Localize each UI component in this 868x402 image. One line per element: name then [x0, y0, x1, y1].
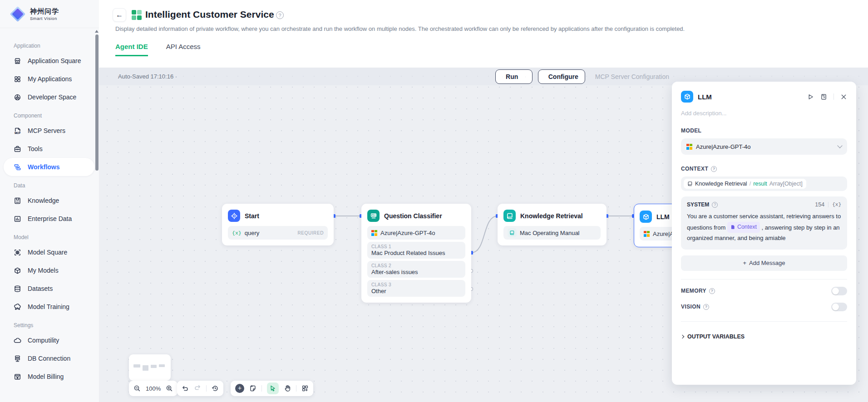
context-type: Array[Object] — [769, 181, 803, 187]
class-row: CLASS 3 Other — [367, 280, 465, 297]
output-variables-toggle[interactable]: OUTPUT VARIABLES — [681, 333, 847, 340]
knowledge-icon — [14, 197, 21, 205]
sidebar-item-my-applications[interactable]: My Applications — [4, 70, 94, 88]
sidebar-item-developer-space[interactable]: Developer Space — [4, 88, 94, 106]
azure-logo-icon — [686, 144, 692, 150]
page-title: Intelligent Customer Service — [145, 9, 274, 20]
sidebar-item-model-square[interactable]: Model Square — [4, 243, 94, 261]
system-prompt-field[interactable]: SYSTEM ? 154 {x} You are a customer serv… — [681, 196, 847, 250]
sidebar-item-label: Model Square — [28, 249, 67, 256]
main-area: ← Intelligent Customer Service ? Display… — [99, 0, 868, 402]
variable-icon: {x} — [232, 230, 242, 236]
sidebar-item-workflows[interactable]: Workflows — [4, 158, 94, 176]
section-label-model: Model — [14, 234, 99, 240]
workflow-canvas[interactable]: Auto-Saved 17:10:16 · Run Configure MCP … — [99, 68, 868, 402]
section-label-data: Data — [14, 182, 99, 189]
sidebar-item-datasets[interactable]: Datasets — [4, 279, 94, 298]
model-select-value: Azure|Azure-GPT-4o — [696, 143, 750, 150]
sidebar-item-label: Enterprise Data — [28, 215, 72, 222]
panel-play-icon[interactable] — [807, 93, 814, 100]
sidebar-nav: Application Application Square My Applic… — [0, 28, 99, 386]
brand-name: 神州问学 — [30, 7, 59, 16]
svg-text:MCP: MCP — [15, 131, 20, 134]
auto-layout-icon[interactable] — [301, 385, 309, 392]
class-label: CLASS 1 — [371, 244, 461, 249]
version-history-icon[interactable] — [212, 385, 219, 392]
redo-icon[interactable] — [194, 384, 201, 391]
system-help-icon[interactable]: ? — [712, 202, 718, 208]
grid-icon — [14, 75, 21, 83]
sidebar-item-my-models[interactable]: My Models — [4, 261, 94, 279]
add-message-label: Add Message — [749, 260, 785, 266]
sidebar-item-db-connection[interactable]: DB Connection — [4, 349, 94, 368]
vision-toggle[interactable] — [831, 303, 847, 311]
memory-label: MEMORY — [681, 288, 706, 294]
title-help-icon[interactable]: ? — [276, 11, 284, 19]
hand-tool-icon[interactable] — [284, 385, 291, 392]
sidebar-item-knowledge[interactable]: Knowledge — [4, 191, 94, 210]
memory-help-icon[interactable]: ? — [709, 288, 715, 294]
zoom-toolbar: 100% — [129, 381, 178, 396]
zoom-in-icon[interactable] — [166, 385, 173, 392]
sidebar-item-tools[interactable]: Tools — [4, 140, 94, 158]
node-config-panel: LLM Add description... MODEL Azure|Azure… — [672, 82, 856, 385]
undo-icon[interactable] — [182, 385, 189, 392]
sidebar-item-label: MCP Servers — [28, 127, 65, 134]
context-label: CONTEXT — [681, 166, 708, 172]
sidebar-item-model-billing[interactable]: Model Billing — [4, 368, 94, 386]
sidebar-item-enterprise-data[interactable]: Enterprise Data — [4, 210, 94, 228]
sidebar-item-application-square[interactable]: Application Square — [4, 52, 94, 70]
context-node-name: Knowledge Retrieval — [695, 181, 747, 187]
sidebar-item-label: Datasets — [28, 285, 53, 292]
scrollbar-up-arrow[interactable] — [95, 30, 99, 33]
context-chip[interactable]: Context — [727, 222, 760, 233]
node-question-classifier[interactable]: Question Classifier Azure|Azure-GPT-4o C… — [361, 204, 471, 303]
node-start[interactable]: Start {x} query REQUIRED — [222, 204, 334, 245]
azure-logo-icon — [644, 231, 650, 237]
description-input[interactable]: Add description... — [681, 110, 847, 117]
vision-label: VISION — [681, 304, 700, 310]
add-message-button[interactable]: + Add Message — [681, 255, 847, 271]
panel-save-icon[interactable] — [820, 93, 827, 100]
zoom-out-icon[interactable] — [133, 385, 141, 392]
context-help-icon[interactable]: ? — [711, 166, 717, 172]
memory-toggle[interactable] — [831, 287, 847, 295]
server-icon — [14, 355, 21, 363]
dataset-name: Mac Operating Manual — [520, 230, 580, 236]
llm-cube-icon — [640, 211, 652, 223]
mcp-icon: MCP — [14, 127, 21, 135]
tab-api-access[interactable]: API Access — [166, 43, 201, 56]
sidebar-item-model-training[interactable]: Model Training — [4, 298, 94, 316]
insert-variable-icon[interactable]: {x} — [832, 202, 841, 207]
node-knowledge-retrieval[interactable]: Knowledge Retrieval Mac Operating Manual — [498, 204, 607, 245]
tab-bar: Agent IDE API Access — [115, 43, 201, 56]
workflow-icon — [14, 163, 21, 171]
add-note-icon[interactable] — [249, 385, 256, 392]
close-icon[interactable] — [840, 93, 847, 100]
model-square-icon — [14, 249, 21, 256]
sidebar-item-computility[interactable]: Computility — [4, 331, 94, 349]
tab-agent-ide[interactable]: Agent IDE — [115, 43, 148, 56]
vision-help-icon[interactable]: ? — [703, 304, 709, 310]
sidebar-item-label: DB Connection — [28, 355, 70, 362]
plus-icon: + — [743, 260, 746, 266]
model-select[interactable]: Azure|Azure-GPT-4o — [681, 138, 847, 155]
class-row: CLASS 1 Mac Product Related Issues — [367, 242, 465, 259]
sidebar-item-mcp-servers[interactable]: MCP MCP Servers — [4, 122, 94, 140]
toolbox-icon — [14, 145, 21, 153]
page-header: ← Intelligent Customer Service ? Display… — [99, 0, 868, 68]
sidebar-scrollbar[interactable] — [95, 29, 99, 401]
brand-tagline: Smart Vision — [30, 16, 59, 21]
sidebar: 神州问学 Smart Vision Application Applicatio… — [0, 0, 99, 402]
back-button[interactable]: ← — [113, 8, 126, 22]
sidebar-item-label: Tools — [28, 145, 43, 152]
scrollbar-thumb[interactable] — [95, 34, 99, 171]
context-field[interactable]: Knowledge Retrieval / result Array[Objec… — [681, 176, 847, 191]
doc-icon — [730, 225, 735, 230]
pointer-tool-button[interactable] — [267, 382, 279, 394]
zoom-level[interactable]: 100% — [146, 385, 161, 392]
add-node-button[interactable]: + — [235, 384, 244, 393]
node-title: Question Classifier — [384, 212, 442, 220]
required-badge: REQUIRED — [297, 230, 324, 235]
canvas-minimap[interactable] — [129, 354, 171, 381]
